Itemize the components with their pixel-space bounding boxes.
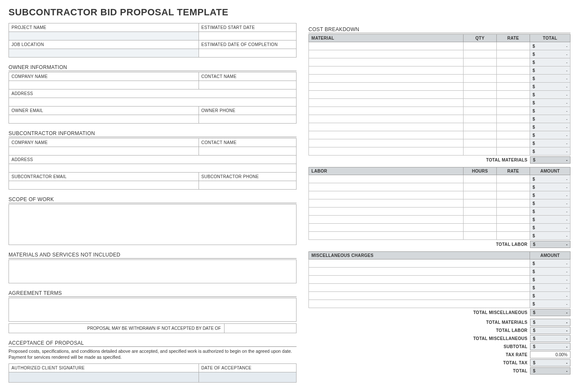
desc-cell[interactable] (309, 50, 464, 58)
num-cell[interactable] (497, 175, 530, 183)
desc-cell[interactable] (309, 284, 530, 292)
job-location-input[interactable] (9, 49, 199, 58)
scope-heading: SCOPE OF WORK (9, 196, 297, 203)
desc-cell[interactable] (309, 175, 464, 183)
desc-cell[interactable] (309, 300, 530, 308)
desc-cell[interactable] (309, 216, 464, 224)
owner-company-input[interactable] (9, 81, 199, 89)
owner-contact-input[interactable] (199, 81, 297, 89)
desc-cell[interactable] (309, 208, 464, 216)
num-cell[interactable] (464, 66, 497, 75)
desc-cell[interactable] (309, 42, 464, 50)
num-cell[interactable] (497, 42, 530, 50)
num-cell[interactable] (497, 91, 530, 99)
desc-cell[interactable] (309, 259, 530, 268)
num-cell[interactable] (464, 99, 497, 107)
owner-address-input[interactable] (9, 98, 297, 107)
desc-cell[interactable] (309, 139, 464, 147)
desc-cell[interactable] (309, 66, 464, 75)
signature-input[interactable] (9, 372, 199, 383)
num-cell[interactable] (464, 115, 497, 123)
owner-email-input[interactable] (9, 115, 199, 124)
desc-cell[interactable] (309, 199, 464, 208)
desc-cell[interactable] (309, 183, 464, 191)
row-total-cell: $- (530, 107, 570, 115)
num-cell[interactable] (497, 232, 530, 240)
num-cell[interactable] (464, 75, 497, 83)
num-cell[interactable] (464, 147, 497, 156)
num-cell[interactable] (497, 208, 530, 216)
num-cell[interactable] (464, 199, 497, 208)
num-cell[interactable] (497, 199, 530, 208)
sub-email-input[interactable] (9, 181, 199, 190)
num-cell[interactable] (497, 147, 530, 156)
num-cell[interactable] (497, 216, 530, 224)
project-name-input[interactable] (9, 32, 199, 40)
num-cell[interactable] (464, 208, 497, 216)
num-cell[interactable] (464, 58, 497, 66)
num-cell[interactable] (497, 139, 530, 147)
sum-labor-value: $- (530, 327, 570, 334)
num-cell[interactable] (497, 107, 530, 115)
num-cell[interactable] (464, 42, 497, 50)
num-cell[interactable] (497, 123, 530, 131)
num-cell[interactable] (464, 232, 497, 240)
desc-cell[interactable] (309, 91, 464, 99)
est-end-input[interactable] (199, 49, 297, 58)
sub-phone-input[interactable] (199, 181, 297, 190)
desc-cell[interactable] (309, 224, 464, 232)
num-cell[interactable] (497, 75, 530, 83)
num-cell[interactable] (497, 191, 530, 199)
scope-input[interactable] (9, 204, 297, 245)
num-cell[interactable] (497, 66, 530, 75)
date-accept-input[interactable] (199, 372, 297, 383)
withdraw-date-input[interactable] (225, 324, 297, 333)
num-cell[interactable] (464, 216, 497, 224)
tax-rate-value[interactable]: 0.00% (530, 351, 570, 358)
num-cell[interactable] (464, 83, 497, 91)
num-cell[interactable] (464, 123, 497, 131)
desc-cell[interactable] (309, 232, 464, 240)
num-cell[interactable] (497, 183, 530, 191)
desc-cell[interactable] (309, 99, 464, 107)
table-row: $- (309, 259, 570, 268)
num-cell[interactable] (464, 175, 497, 183)
desc-cell[interactable] (309, 83, 464, 91)
desc-cell[interactable] (309, 131, 464, 139)
left-column: PROJECT NAME ESTIMATED START DATE JOB LO… (9, 23, 297, 383)
agreement-input[interactable] (9, 298, 297, 322)
num-cell[interactable] (497, 83, 530, 91)
num-cell[interactable] (497, 50, 530, 58)
desc-cell[interactable] (309, 292, 530, 300)
desc-cell[interactable] (309, 276, 530, 284)
num-cell[interactable] (464, 91, 497, 99)
num-cell[interactable] (497, 99, 530, 107)
num-cell[interactable] (497, 58, 530, 66)
desc-cell[interactable] (309, 191, 464, 199)
num-cell[interactable] (497, 115, 530, 123)
desc-cell[interactable] (309, 268, 530, 276)
desc-cell[interactable] (309, 123, 464, 131)
sub-contact-input[interactable] (199, 147, 297, 156)
num-cell[interactable] (464, 139, 497, 147)
num-cell[interactable] (464, 183, 497, 191)
num-cell[interactable] (497, 224, 530, 232)
sub-address-input[interactable] (9, 164, 297, 173)
desc-cell[interactable] (309, 115, 464, 123)
not-included-input[interactable] (9, 259, 297, 283)
desc-cell[interactable] (309, 107, 464, 115)
desc-cell[interactable] (309, 58, 464, 66)
num-cell[interactable] (464, 224, 497, 232)
owner-phone-input[interactable] (199, 115, 297, 124)
num-cell[interactable] (497, 131, 530, 139)
desc-cell[interactable] (309, 75, 464, 83)
est-start-input[interactable] (199, 32, 297, 40)
num-cell[interactable] (464, 107, 497, 115)
num-cell[interactable] (464, 191, 497, 199)
row-total-cell: $- (530, 232, 570, 240)
desc-cell[interactable] (309, 147, 464, 156)
num-cell[interactable] (464, 131, 497, 139)
sub-company-input[interactable] (9, 147, 199, 156)
num-cell[interactable] (464, 50, 497, 58)
misc-amount-header: AMOUNT (530, 252, 570, 259)
